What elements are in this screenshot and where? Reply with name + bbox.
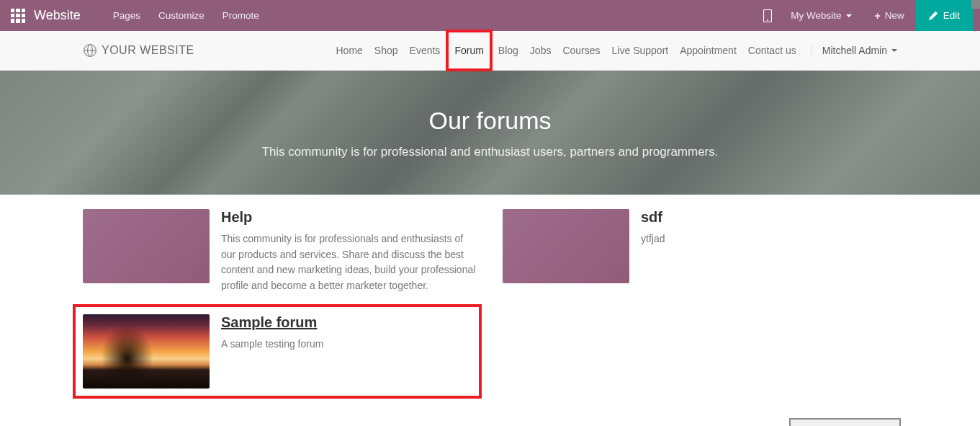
- forum-desc: ytfjad: [641, 231, 897, 247]
- plus-icon: +: [875, 10, 881, 22]
- site-selector[interactable]: My Website: [779, 10, 863, 21]
- new-label: New: [885, 10, 904, 21]
- forum-info: Help This community is for professionals…: [221, 209, 477, 294]
- edit-label: Edit: [943, 10, 960, 21]
- logo[interactable]: YOUR WEBSITE: [83, 43, 194, 58]
- scroll-indicator: [971, 0, 980, 9]
- nav-jobs[interactable]: Jobs: [524, 32, 557, 68]
- nav-forum[interactable]: Forum: [446, 30, 492, 71]
- bottom-widget[interactable]: [789, 418, 901, 426]
- forum-thumb: [83, 209, 210, 283]
- admin-menu-promote[interactable]: Promote: [222, 10, 259, 21]
- forum-title[interactable]: sdf: [641, 209, 897, 226]
- left-column: Help This community is for professionals…: [83, 209, 477, 399]
- svg-point-1: [767, 19, 768, 21]
- admin-right: My Website + New Edit: [756, 0, 973, 31]
- app-title[interactable]: Website: [34, 8, 81, 23]
- hero-subtitle: This community is for professional and e…: [262, 145, 719, 159]
- nav-blog[interactable]: Blog: [493, 32, 524, 68]
- hero-banner: Our forums This community is for profess…: [0, 71, 980, 195]
- forum-desc: This community is for professionals and …: [221, 231, 477, 294]
- forum-card-sample[interactable]: Sample forum A sample testing forum: [83, 314, 472, 389]
- edit-button[interactable]: Edit: [916, 0, 973, 31]
- nav-appointment[interactable]: Appointment: [674, 32, 742, 68]
- nav-courses[interactable]: Courses: [557, 32, 606, 68]
- forum-info: Sample forum A sample testing forum: [221, 314, 472, 389]
- logo-text: YOUR WEBSITE: [102, 44, 194, 57]
- nav-contact[interactable]: Contact us: [742, 32, 802, 68]
- admin-menu-pages[interactable]: Pages: [113, 10, 140, 21]
- chevron-down-icon: [891, 49, 897, 52]
- globe-icon: [83, 43, 97, 58]
- hero-title: Our forums: [428, 107, 551, 135]
- user-name: Mitchell Admin: [822, 45, 887, 56]
- user-menu[interactable]: Mitchell Admin: [811, 45, 897, 56]
- forum-title[interactable]: Help: [221, 209, 477, 226]
- admin-menu: Pages Customize Promote: [113, 10, 259, 21]
- forum-thumb: [83, 314, 210, 389]
- forum-thumb: [503, 209, 629, 283]
- pencil-icon: [929, 12, 938, 20]
- apps-icon[interactable]: [11, 9, 25, 23]
- nav-shop[interactable]: Shop: [369, 32, 404, 68]
- nav-live-support[interactable]: Live Support: [606, 32, 675, 68]
- forum-desc: A sample testing forum: [221, 337, 472, 352]
- right-column: sdf ytfjad: [503, 209, 897, 399]
- highlighted-forum: Sample forum A sample testing forum: [73, 304, 482, 399]
- mobile-preview-icon[interactable]: [756, 9, 779, 22]
- admin-bar: Website Pages Customize Promote My Websi…: [0, 0, 980, 31]
- forum-info: sdf ytfjad: [641, 209, 897, 283]
- chevron-down-icon: [846, 14, 852, 17]
- site-selector-label: My Website: [791, 10, 841, 21]
- forum-card-sdf[interactable]: sdf ytfjad: [503, 209, 897, 283]
- nav-links: Home Shop Events Forum Blog Jobs Courses…: [331, 30, 898, 71]
- nav-bar: YOUR WEBSITE Home Shop Events Forum Blog…: [0, 31, 980, 71]
- admin-menu-customize[interactable]: Customize: [158, 10, 204, 21]
- new-button[interactable]: + New: [863, 10, 916, 22]
- nav-home[interactable]: Home: [331, 32, 369, 68]
- nav-events[interactable]: Events: [404, 32, 446, 68]
- forums-list: Help This community is for professionals…: [0, 195, 980, 413]
- forum-card-help[interactable]: Help This community is for professionals…: [83, 209, 477, 294]
- forum-title[interactable]: Sample forum: [221, 314, 472, 331]
